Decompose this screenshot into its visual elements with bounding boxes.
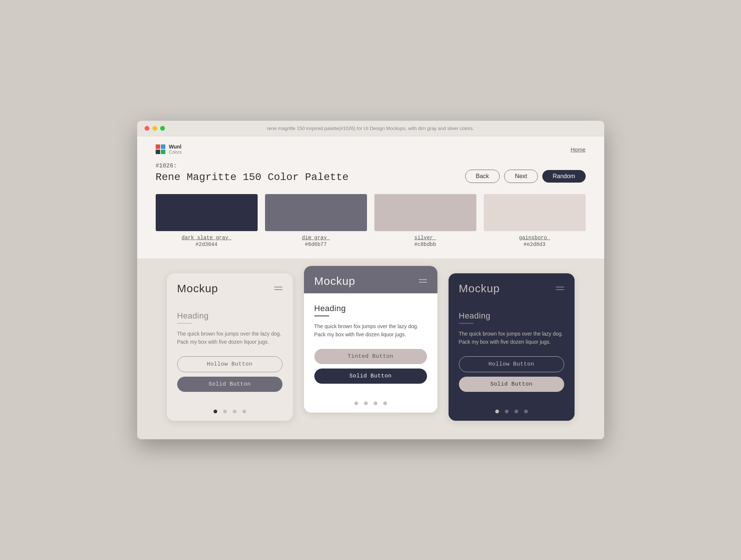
mockups-section: Mockup Heading The quick brown fox jumps… bbox=[137, 259, 604, 440]
mockup-mid-underline bbox=[314, 316, 329, 316]
dot-inactive bbox=[223, 410, 227, 413]
mockup-light-hollow-button[interactable]: Hollow Button bbox=[177, 356, 282, 372]
mockup-dark-header: Mockup bbox=[449, 273, 575, 301]
mockup-mid-heading: Heading bbox=[314, 304, 427, 313]
swatch-hex-2: #c8bdbb bbox=[374, 241, 476, 247]
logo-sub: Colors bbox=[169, 150, 182, 155]
mockup-card-light: Mockup Heading The quick brown fox jumps… bbox=[167, 273, 293, 421]
mockup-mid-header: Mockup bbox=[304, 266, 437, 293]
mockup-light-header: Mockup bbox=[167, 273, 293, 301]
logo-sq-red bbox=[156, 144, 160, 149]
app-window: rene magritte 150 inspired palette(#1026… bbox=[137, 121, 604, 440]
dot-active bbox=[354, 401, 358, 405]
ham-line bbox=[419, 282, 427, 283]
mockup-light-title: Mockup bbox=[177, 282, 218, 295]
palette-row: dark_slate_gray_ #2d3044 dim_gray_ #6d6b… bbox=[156, 194, 586, 247]
swatch-name-3: gainsboro_ bbox=[484, 235, 586, 241]
mockup-dark-para: The quick brown fox jumps over the lazy … bbox=[459, 330, 564, 346]
back-button[interactable]: Back bbox=[465, 170, 500, 183]
dot-inactive bbox=[364, 401, 368, 405]
dot-inactive bbox=[505, 410, 509, 413]
ham-line bbox=[419, 279, 427, 280]
traffic-lights bbox=[145, 126, 165, 131]
palette-id: #1026: bbox=[156, 163, 349, 169]
dot-active bbox=[214, 410, 217, 413]
swatch-hex-1: #6d6b77 bbox=[265, 241, 367, 247]
next-button[interactable]: Next bbox=[504, 170, 538, 183]
mockup-card-dark: Mockup Heading The quick brown fox jumps… bbox=[449, 273, 575, 421]
mockup-dark-heading: Heading bbox=[459, 311, 564, 321]
close-button[interactable] bbox=[145, 126, 149, 131]
logo-icon bbox=[156, 144, 165, 154]
mockup-dark-dots bbox=[449, 404, 575, 421]
color-swatch-2[interactable]: silver_ #c8bdbb bbox=[374, 194, 476, 247]
mockup-mid-body: Heading The quick brown fox jumps over t… bbox=[304, 293, 437, 396]
mockup-mid-para: The quick brown fox jumps over the lazy … bbox=[314, 322, 427, 339]
logo-sq-darkblue bbox=[156, 150, 160, 154]
dot-inactive bbox=[383, 401, 387, 405]
hamburger-icon-dark bbox=[556, 287, 564, 290]
ham-line bbox=[556, 289, 564, 290]
dot-inactive bbox=[524, 410, 528, 413]
mockup-mid-solid-button[interactable]: Solid Button bbox=[314, 369, 427, 384]
swatch-name-2: silver_ bbox=[374, 235, 476, 241]
header-row: Wunl Colors Home bbox=[156, 144, 586, 155]
color-swatch-1[interactable]: dim_gray_ #6d6b77 bbox=[265, 194, 367, 247]
hamburger-icon-mid bbox=[419, 279, 427, 283]
swatch-hex-3: #e2d8d3 bbox=[484, 241, 586, 247]
maximize-button[interactable] bbox=[160, 126, 165, 131]
logo-text: Wunl Colors bbox=[169, 144, 182, 155]
home-link[interactable]: Home bbox=[570, 146, 585, 153]
titlebar: rene magritte 150 inspired palette(#1026… bbox=[137, 121, 604, 136]
dot-inactive bbox=[233, 410, 236, 413]
mockup-mid-title: Mockup bbox=[314, 275, 355, 287]
color-swatch-3[interactable]: gainsboro_ #e2d8d3 bbox=[484, 194, 586, 247]
mockup-card-mid: Mockup Heading The quick brown fox jumps… bbox=[304, 266, 437, 413]
window-title: rene magritte 150 inspired palette(#1026… bbox=[267, 126, 474, 131]
swatch-box-0 bbox=[156, 194, 258, 231]
mockup-light-underline bbox=[177, 323, 192, 324]
mockup-light-para: The quick brown fox jumps over the lazy … bbox=[177, 330, 282, 346]
mockup-dark-solid-button[interactable]: Solid Button bbox=[459, 377, 564, 392]
color-swatch-0[interactable]: dark_slate_gray_ #2d3044 bbox=[156, 194, 258, 247]
dot-inactive bbox=[515, 410, 518, 413]
swatch-box-2 bbox=[374, 194, 476, 231]
nav-controls: Back Next Random bbox=[465, 170, 586, 183]
mockup-dark-hollow-button[interactable]: Hollow Button bbox=[459, 356, 564, 372]
top-section: Wunl Colors Home #1026: Rene Magritte 15… bbox=[137, 136, 604, 259]
minimize-button[interactable] bbox=[152, 126, 157, 131]
logo-brand: Wunl bbox=[169, 144, 182, 150]
mockup-light-heading: Heading bbox=[177, 311, 282, 321]
mockup-dark-body: Heading The quick brown fox jumps over t… bbox=[449, 301, 575, 404]
mockup-light-dots bbox=[167, 404, 293, 421]
palette-info: #1026: Rene Magritte 150 Color Palette bbox=[156, 163, 349, 183]
ham-line bbox=[274, 287, 282, 287]
swatch-name-0: dark_slate_gray_ bbox=[156, 235, 258, 241]
ham-line bbox=[274, 289, 282, 290]
logo-sq-blue bbox=[161, 144, 165, 149]
swatch-box-1 bbox=[265, 194, 367, 231]
dot-inactive bbox=[242, 410, 246, 413]
logo-area: Wunl Colors bbox=[156, 144, 182, 155]
mockup-dark-underline bbox=[459, 323, 474, 324]
dot-active bbox=[495, 410, 499, 413]
logo-sq-green bbox=[161, 150, 165, 154]
swatch-box-3 bbox=[484, 194, 586, 231]
swatch-name-1: dim_gray_ bbox=[265, 235, 367, 241]
mockup-light-body: Heading The quick brown fox jumps over t… bbox=[167, 301, 293, 404]
random-button[interactable]: Random bbox=[542, 170, 585, 183]
mockup-light-solid-button[interactable]: Solid Button bbox=[177, 377, 282, 392]
dot-inactive bbox=[374, 401, 377, 405]
ham-line bbox=[556, 287, 564, 287]
swatch-hex-0: #2d3044 bbox=[156, 241, 258, 247]
main-content: Wunl Colors Home #1026: Rene Magritte 15… bbox=[137, 136, 604, 440]
mockup-dark-title: Mockup bbox=[459, 282, 500, 295]
palette-title: Rene Magritte 150 Color Palette bbox=[156, 171, 349, 183]
mockup-mid-tinted-button[interactable]: Tinted Button bbox=[314, 349, 427, 364]
mockup-mid-dots bbox=[304, 396, 437, 413]
hamburger-icon-light bbox=[274, 287, 282, 290]
